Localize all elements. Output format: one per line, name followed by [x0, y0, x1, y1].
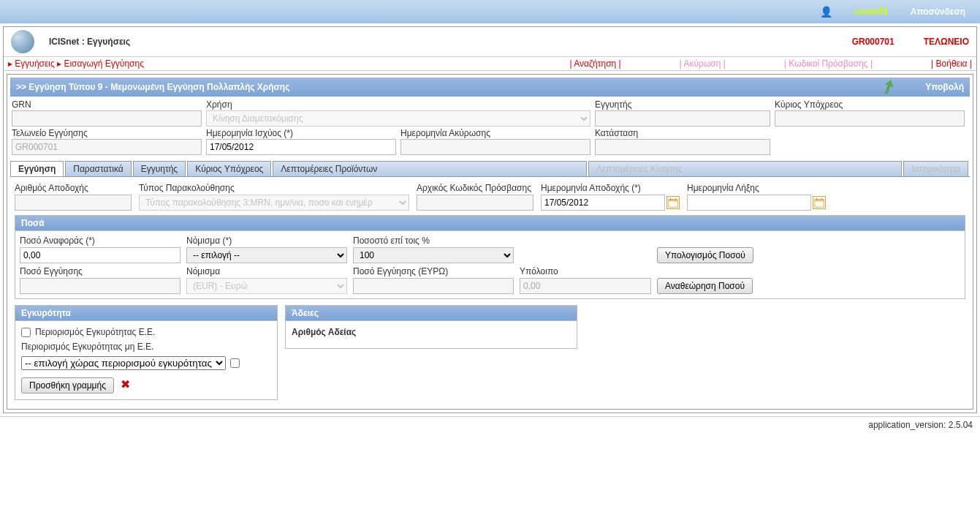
accept-no-label: Αριθμός Αποδοχής: [15, 183, 132, 193]
restrict-eu-checkbox[interactable]: [21, 328, 31, 337]
guar-eur-input: [353, 278, 514, 294]
guar-amount-label: Ποσό Εγγύησης: [20, 266, 181, 276]
init-code-label: Αρχικός Κωδικός Πρόσβασης: [417, 183, 533, 193]
grn-input: [12, 110, 202, 127]
cancel-date-input: [400, 139, 590, 155]
percent-select[interactable]: 100: [353, 247, 514, 263]
license-no-label: Αριθμός Αδείας: [292, 327, 356, 337]
state-input: [595, 139, 770, 155]
cancel-link: | Ακύρωση |: [680, 59, 726, 69]
help-link[interactable]: | Βοήθεια |: [931, 59, 972, 69]
calendar-icon[interactable]: [666, 196, 680, 209]
monitor-label: Τύπος Παρακολούθησης: [139, 183, 409, 193]
guar-eur-label: Ποσό Εγγύησης (ΕΥΡΩ): [353, 266, 514, 276]
accept-date-input[interactable]: [541, 195, 665, 211]
init-code-input: [417, 195, 533, 211]
delete-icon[interactable]: ✖: [121, 378, 130, 391]
app-title: ICISnet : Εγγυήσεις: [49, 37, 852, 47]
section-title: >> Εγγύηση Τύπου 9 - Μεμονωμένη Εγγύηση …: [10, 78, 970, 97]
tab-history: Ιστορικότητα: [903, 161, 968, 176]
currency-label: Νόμισμα (*): [186, 236, 347, 246]
svg-rect-5: [815, 200, 824, 202]
top-bar: 👤 custoff1 Αποσύνδεση: [0, 0, 980, 23]
validity-country-select[interactable]: -- επιλογή χώρας περιορισμού εγκυρότητας…: [21, 356, 226, 370]
monitor-select: Τύπος παρακολούθησης 3:MRN, ημν/νια, ποσ…: [139, 195, 409, 211]
guar-amount-input: [20, 278, 181, 294]
state-label: Κατάσταση: [595, 128, 770, 138]
restrict-non-eu-label: Περιορισμός Εγκυρότητας μη E.E.: [21, 342, 271, 352]
balance-input: [520, 278, 651, 294]
expiry-input[interactable]: [687, 195, 811, 211]
principal-label: Κύριος Υπόχρεος: [775, 99, 965, 110]
globe-icon: [11, 30, 34, 53]
tab-guarantor[interactable]: Εγγυητής: [133, 161, 186, 176]
section-title-text: >> Εγγύηση Τύπου 9 - Μεμονωμένη Εγγύηση …: [16, 82, 881, 92]
submit-button[interactable]: Υποβολή: [925, 82, 964, 92]
balance-label: Υπόλοιπο: [520, 266, 651, 276]
svg-rect-1: [669, 200, 677, 202]
currency-select[interactable]: -- επιλογή --: [186, 247, 347, 263]
currency2-label: Νόμισμα: [186, 266, 347, 276]
grn-label: GRN: [12, 99, 202, 110]
principal-input: [775, 110, 965, 127]
arrow-up-icon: [879, 78, 898, 97]
access-codes-link: | Κωδικοί Πρόσβασης |: [784, 59, 873, 69]
percent-label: Ποσοστό επί τοις %: [353, 236, 514, 246]
tab-product-details[interactable]: Λεπτομέρειες Προϊόντων: [273, 161, 586, 176]
cancel-date-label: Ημερομηνία Ακύρωσης: [400, 128, 590, 138]
restrict-eu-label: Περιορισμός Εγκυρότητας E.E.: [35, 327, 155, 337]
calc-amount-button[interactable]: Υπολογισμός Ποσού: [657, 247, 753, 263]
search-link[interactable]: | Αναζήτηση |: [570, 59, 621, 69]
office-input: [12, 139, 202, 155]
office-label2: Τελωνείο Εγγύησης: [12, 128, 202, 138]
tab-documents[interactable]: Παραστατικά: [65, 161, 131, 176]
tab-principal[interactable]: Κύριος Υπόχρεος: [187, 161, 271, 176]
licenses-title: Άδειες: [286, 306, 577, 321]
username-label: custoff1: [854, 7, 889, 17]
validity-title: Εγκυρότητα: [15, 306, 277, 321]
review-amount-button[interactable]: Αναθεώρηση Ποσού: [657, 278, 753, 294]
accept-no-input: [15, 195, 132, 211]
usage-label: Χρήση: [206, 99, 590, 110]
logout-link[interactable]: Αποσύνδεση: [911, 7, 965, 17]
currency2-select: (EUR) - Ευρώ: [186, 278, 347, 294]
ref-amount-input[interactable]: [20, 247, 181, 263]
guarantor-label: Εγγυητής: [595, 99, 770, 110]
footer-version: application_version: 2.5.04: [0, 416, 980, 433]
validity-line-checkbox[interactable]: [230, 358, 240, 368]
amounts-panel-title: Ποσά: [15, 216, 965, 231]
eff-date-input[interactable]: [206, 139, 396, 155]
guarantor-input: [595, 110, 770, 127]
tab-guarantee[interactable]: Εγγύηση: [10, 161, 64, 176]
user-icon: 👤: [820, 6, 832, 18]
accept-date-label: Ημερομηνία Αποδοχής (*): [541, 183, 680, 193]
expiry-label: Ημερομηνία Λήξης: [687, 183, 826, 193]
header-row: ICISnet : Εγγυήσεις GR000701 ΤΕΛΩΝΕΙΟ: [4, 27, 976, 57]
breadcrumb[interactable]: ▸ Εγγυήσεις ▸ Εισαγωγή Εγγύησης: [8, 59, 570, 69]
office-label: ΤΕΛΩΝΕΙΟ: [924, 37, 969, 47]
ref-amount-label: Ποσό Αναφοράς (*): [20, 236, 181, 246]
add-line-button[interactable]: Προσθήκη γραμμής: [21, 377, 114, 393]
calendar-icon[interactable]: [813, 196, 826, 209]
eff-date-label: Ημερομηνία Ισχύος (*): [206, 128, 396, 138]
office-code: GR000701: [852, 37, 894, 47]
usage-select: Κίνηση Διαμετακόμισης: [206, 110, 590, 127]
tab-movement-details: Λεπτομέρειες Κίνησης: [588, 161, 902, 176]
